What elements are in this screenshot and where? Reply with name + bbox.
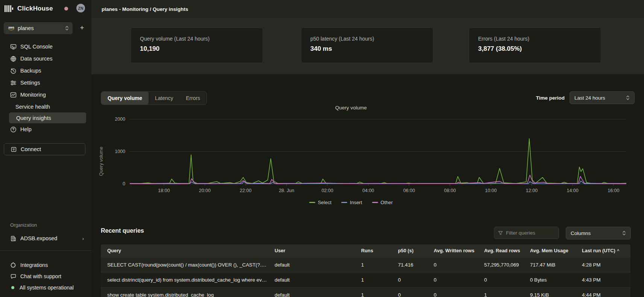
organization-name: ADSB.exposed: [20, 235, 57, 241]
sidebar-item-monitoring[interactable]: Monitoring: [0, 89, 91, 101]
system-status-label: All systems operational: [20, 285, 74, 291]
backups-icon: [10, 68, 17, 74]
column-header-query[interactable]: Query: [101, 244, 271, 257]
connect-icon: [11, 146, 17, 153]
column-header-avg-read[interactable]: Avg. Read rows: [480, 244, 526, 257]
columns-select-value: Columns: [571, 230, 591, 236]
sql-console-icon: [10, 44, 17, 50]
connect-label: Connect: [21, 146, 41, 152]
svg-text:04:00: 04:00: [362, 188, 374, 193]
cell-last-run: 4:44 PM: [578, 287, 630, 297]
main-area: planes - Monitoring / Query insights Que…: [91, 0, 644, 297]
app-title: ClickHouse: [17, 5, 53, 12]
cell-query: show create table system.distributed_cac…: [101, 287, 271, 297]
cell-user: default: [271, 287, 357, 297]
svg-text:2000: 2000: [115, 117, 125, 122]
tab-query-volume[interactable]: Query volume: [101, 91, 149, 105]
chevron-right-icon: ›: [82, 236, 84, 241]
cell-avg-written: 0: [430, 257, 480, 272]
other-series-swatch-icon: [372, 202, 378, 203]
query-volume-chart: 01000200018:0020:0022:0028. Jun02:0004:0…: [91, 113, 644, 197]
sidebar-item-settings[interactable]: Settings: [0, 77, 91, 89]
sidebar-item-help[interactable]: Help: [0, 123, 91, 135]
chart-controls-row: Query volume Latency Errors Time period …: [101, 91, 635, 105]
cell-query: select distrinct(query_id) from system.d…: [101, 272, 271, 287]
time-period-value: Last 24 hours: [574, 95, 605, 101]
column-header-last-run[interactable]: Last run (UTC)^: [578, 244, 630, 257]
svg-text:14:00: 14:00: [567, 188, 578, 193]
cell-p50: 0: [394, 287, 430, 297]
column-header-runs[interactable]: Runs: [357, 244, 394, 257]
organization-building-icon: [10, 235, 17, 242]
stat-label: Errors (Last 24 hours): [478, 36, 592, 42]
service-selector[interactable]: aws planes: [4, 22, 73, 34]
notification-dot: [64, 7, 68, 11]
table-row[interactable]: select distrinct(query_id) from system.d…: [101, 272, 630, 287]
svg-text:28. Jun: 28. Jun: [279, 188, 294, 193]
sidebar-item-chat-support[interactable]: Chat with support: [0, 271, 91, 282]
sidebar-item-sql-console[interactable]: SQL Console: [0, 41, 91, 53]
column-header-avg-mem[interactable]: Avg. Mem Usage: [526, 244, 578, 257]
stat-card-errors: Errors (Last 24 hours) 3,877 (38.05%): [469, 27, 601, 63]
recent-queries-title: Recent queries: [101, 227, 144, 234]
cell-avg-written: 0: [430, 287, 480, 297]
stat-value: 340 ms: [310, 45, 424, 53]
cell-avg-read: 1: [480, 287, 526, 297]
tab-errors[interactable]: Errors: [179, 91, 207, 105]
sidebar-item-integrations[interactable]: Integrations: [0, 259, 91, 271]
tab-latency[interactable]: Latency: [149, 91, 179, 105]
clickhouse-logo-icon: [5, 5, 13, 12]
filter-queries-input[interactable]: [506, 230, 555, 236]
sidebar-item-label: Chat with support: [20, 273, 61, 279]
svg-text:06:00: 06:00: [403, 188, 415, 193]
cell-p50: 0: [394, 272, 430, 287]
sidebar-item-service-health[interactable]: Service health: [0, 101, 91, 112]
svg-text:10:00: 10:00: [485, 188, 497, 193]
table-row[interactable]: SELECT CAST(round(pow(count() / max(coun…: [101, 257, 630, 272]
chat-bubble-icon: [10, 273, 17, 280]
time-period-select[interactable]: Last 24 hours: [570, 91, 635, 104]
svg-text:12:00: 12:00: [526, 188, 538, 193]
table-header-row: Query User Runs p50 (s) Avg. Written row…: [101, 244, 630, 257]
column-header-user[interactable]: User: [271, 244, 357, 257]
filter-funnel-icon: [498, 230, 503, 236]
monitoring-icon: [10, 92, 17, 98]
cell-avg-read: 0: [480, 272, 526, 287]
breadcrumb: planes - Monitoring / Query insights: [102, 6, 188, 12]
svg-text:16:00: 16:00: [608, 188, 619, 193]
sidebar-item-label: Help: [20, 126, 32, 132]
table-row[interactable]: show create table system.distributed_cac…: [101, 287, 630, 297]
sidebar-item-backups[interactable]: Backups: [0, 65, 91, 77]
filter-queries-box[interactable]: [494, 227, 559, 239]
content: Query volume Latency Errors Time period …: [91, 74, 644, 297]
organization-item[interactable]: ADSB.exposed ›: [0, 232, 91, 244]
cell-query: SELECT CAST(round(pow(count() / max(coun…: [101, 257, 271, 272]
help-icon: [10, 126, 17, 133]
connect-button[interactable]: Connect: [4, 143, 85, 155]
service-selector-row: aws planes +: [4, 22, 88, 34]
column-header-p50[interactable]: p50 (s): [394, 244, 430, 257]
svg-text:0: 0: [123, 181, 125, 186]
system-status-item[interactable]: All systems operational: [0, 282, 91, 293]
settings-sliders-icon: [10, 80, 17, 86]
stats-band: Query volume (Last 24 hours) 10,190 p50 …: [91, 18, 644, 74]
legend-item-other[interactable]: Other: [372, 200, 393, 205]
user-avatar[interactable]: ZN: [76, 4, 85, 12]
chart-legend: Select Insert Other: [91, 200, 611, 205]
app-window: ClickHouse ZN aws planes + SQL Console: [0, 0, 644, 297]
legend-item-insert[interactable]: Insert: [341, 200, 362, 205]
sidebar-item-query-insights[interactable]: Query insights: [9, 112, 86, 123]
sidebar-item-label: SQL Console: [20, 44, 53, 50]
sidebar-item-label: Backups: [20, 68, 41, 74]
svg-text:18:00: 18:00: [158, 188, 170, 193]
legend-item-select[interactable]: Select: [309, 200, 331, 205]
column-header-avg-written[interactable]: Avg. Written rows: [430, 244, 480, 257]
columns-select[interactable]: Columns: [566, 227, 631, 239]
svg-text:22:00: 22:00: [240, 188, 251, 193]
add-service-button[interactable]: +: [78, 24, 86, 32]
chart-tabs: Query volume Latency Errors: [101, 91, 207, 105]
cell-runs: 1: [357, 287, 394, 297]
chart-title: Query volume: [91, 105, 611, 111]
sidebar-item-data-sources[interactable]: Data sources: [0, 53, 91, 65]
sidebar-item-label: Integrations: [20, 262, 48, 268]
